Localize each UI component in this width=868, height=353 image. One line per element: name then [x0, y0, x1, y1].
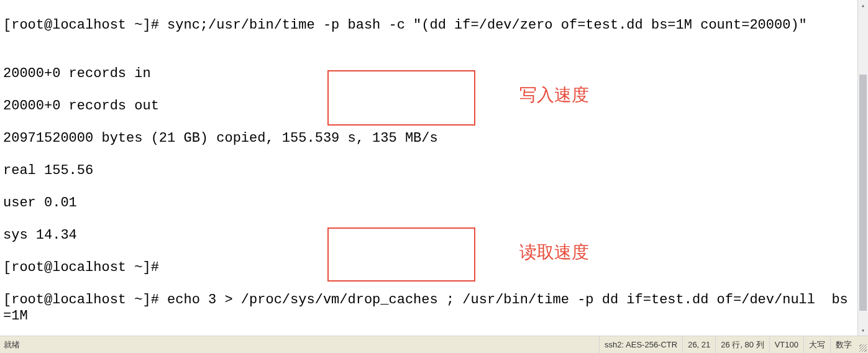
status-terminal-type: VT100: [770, 336, 804, 353]
status-spacer: [25, 336, 600, 353]
chevron-up-icon: ▴: [861, 2, 865, 9]
terminal-output[interactable]: [root@localhost ~]# sync;/usr/bin/time -…: [0, 0, 857, 336]
status-caps-lock: 大写: [804, 336, 831, 353]
status-num-lock: 数字: [831, 336, 857, 353]
terminal-line: 20000+0 records out: [3, 98, 854, 114]
chevron-down-icon: ▾: [861, 327, 865, 334]
terminal-line: [root@localhost ~]# echo 3 > /proc/sys/v…: [3, 292, 854, 324]
terminal-line: 20971520000 bytes (21 GB) copied, 155.53…: [3, 131, 854, 147]
status-cursor-position: 26, 21: [683, 336, 716, 353]
scrollbar-thumb[interactable]: [859, 75, 867, 311]
terminal-line: [root@localhost ~]# sync;/usr/bin/time -…: [3, 17, 854, 34]
terminal-line: user 0.01: [3, 195, 854, 211]
terminal-line: sys 14.34: [3, 227, 854, 244]
terminal-line: 20000+0 records in: [3, 66, 854, 82]
status-connection: ssh2: AES-256-CTR: [600, 336, 683, 353]
status-dimensions: 26 行, 80 列: [716, 336, 769, 353]
status-bar: 就绪 ssh2: AES-256-CTR 26, 21 26 行, 80 列 V…: [0, 336, 868, 353]
vertical-scrollbar[interactable]: ▴ ▾: [857, 0, 868, 336]
scroll-up-button[interactable]: ▴: [858, 0, 868, 11]
resize-handle[interactable]: [857, 336, 868, 353]
scroll-down-button[interactable]: ▾: [858, 325, 868, 336]
resize-grip-icon: [859, 344, 867, 352]
status-ready: 就绪: [0, 336, 25, 353]
terminal-line: [root@localhost ~]#: [3, 260, 854, 276]
terminal-line: real 155.56: [3, 163, 854, 179]
